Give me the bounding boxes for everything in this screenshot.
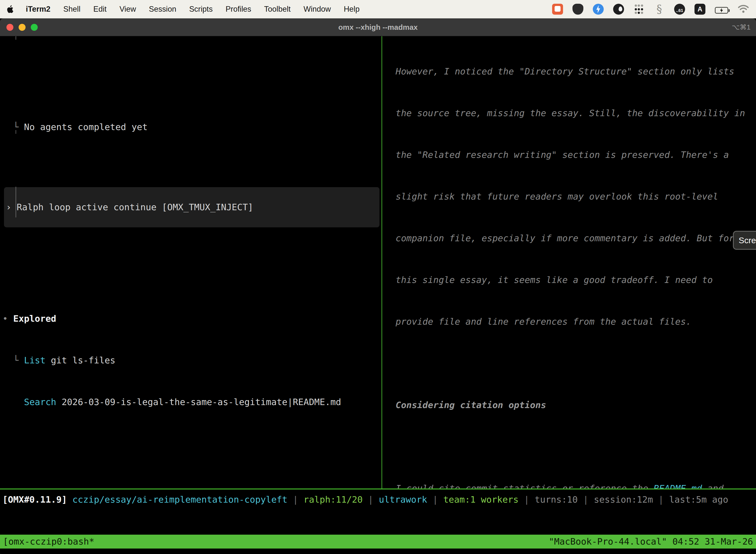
explored-list-line: └ List git ls-files <box>2 353 381 367</box>
omx-session: session:12m <box>594 494 653 505</box>
reasoning-heading: Considering citation options <box>385 398 756 412</box>
tree-guide <box>16 187 16 217</box>
battery-icon[interactable] <box>715 7 728 14</box>
reasoning-line: this single essay, it seems like a good … <box>385 273 756 287</box>
explored-header: • Explored <box>2 312 381 326</box>
close-button[interactable] <box>6 24 13 31</box>
menu-item-session[interactable]: Session <box>149 5 176 14</box>
blank-line <box>385 440 756 454</box>
screen-notification[interactable]: Scre <box>733 231 756 250</box>
prompt-chevron: › <box>6 200 17 214</box>
input-source-icon[interactable]: A <box>694 4 705 15</box>
traffic-lights <box>0 24 38 31</box>
window-title: omx --xhigh --madmax <box>0 23 756 32</box>
usage-badge-icon[interactable]: ..61 <box>674 4 685 15</box>
menu-item-help[interactable]: Help <box>344 5 360 14</box>
inject-text: Ralph loop active continue [OMX_TMUX_INJ… <box>17 200 253 214</box>
right-agent-pane[interactable]: However, I noticed the "Directory Struct… <box>382 36 756 489</box>
dark-crescent-icon[interactable] <box>613 4 624 15</box>
squiggle-icon[interactable]: § <box>654 4 665 15</box>
omx-mode: ultrawork <box>379 494 427 505</box>
window-hotkey: ⌥⌘1 <box>732 23 756 31</box>
left-agent-pane[interactable]: └ No agents completed yet › Ralph loop a… <box>0 36 381 489</box>
omx-version: [OMX#0.11.9] <box>2 494 67 505</box>
tmux-status-bar: [omx-cczip0:bash* "MacBook-Pro-44.local"… <box>0 535 756 549</box>
dots-grid-icon[interactable] <box>633 4 644 15</box>
terminal-area: └ No agents completed yet › Ralph loop a… <box>0 36 756 554</box>
blank-line <box>2 437 381 451</box>
tmux-host-clock: "MacBook-Pro-44.local" 04:52 31-Mar-26 <box>549 535 753 549</box>
apple-menu-icon[interactable] <box>7 4 15 14</box>
pane-bottom-border <box>0 489 756 490</box>
explored-search-line: Search 2026-03-09-is-legal-the-same-as-l… <box>2 395 381 409</box>
inject-input-box[interactable]: › Ralph loop active continue [OMX_TMUX_I… <box>4 187 379 227</box>
omx-ralph-counter: ralph:11/20 <box>304 494 363 505</box>
macos-menu-bar: iTerm2 Shell Edit View Session Scripts P… <box>0 0 756 18</box>
menu-item-iterm2[interactable]: iTerm2 <box>26 5 50 14</box>
menu-item-view[interactable]: View <box>120 5 136 14</box>
tree-guide <box>16 130 16 134</box>
blank-line <box>385 356 756 370</box>
omx-team: team:1 workers <box>443 494 518 505</box>
zoom-button[interactable] <box>31 24 38 31</box>
reasoning-line: slight risk that future readers may over… <box>385 189 756 204</box>
menu-bar-status-icons: § ..61 A <box>552 3 749 15</box>
reasoning-line: companion file, especially if more comme… <box>385 231 756 245</box>
tree-guide <box>16 36 16 40</box>
blue-bolt-icon[interactable] <box>593 4 604 15</box>
omx-last: last:5m ago <box>669 494 728 505</box>
grid-shield-icon[interactable] <box>572 4 583 15</box>
screen-share-icon[interactable] <box>552 4 563 15</box>
readme-file-ref: README.md <box>653 483 702 489</box>
agents-note-line: └ No agents completed yet <box>2 120 381 134</box>
reasoning-line: the source tree, missing the essay. Stil… <box>385 106 756 120</box>
tmux-session-name[interactable]: [omx-cczip0:bash* <box>3 535 94 549</box>
omx-status-bar: [OMX#0.11.9] cczip/essay/ai-reimplementa… <box>0 493 756 507</box>
menu-item-edit[interactable]: Edit <box>93 5 107 14</box>
omx-branch-path: cczip/essay/ai-reimplementation-copyleft <box>67 494 288 505</box>
iterm2-window: omx --xhigh --madmax ⌥⌘1 └ No agents com… <box>0 18 756 554</box>
reasoning-line: the "Related research writing" section i… <box>385 148 756 162</box>
menu-item-toolbelt[interactable]: Toolbelt <box>264 5 291 14</box>
reasoning-line: provide file and line references from th… <box>385 315 756 329</box>
menu-items: iTerm2 Shell Edit View Session Scripts P… <box>26 5 360 14</box>
omx-turns: turns:10 <box>535 494 578 505</box>
window-title-bar[interactable]: omx --xhigh --madmax ⌥⌘1 <box>0 18 756 36</box>
menu-item-profiles[interactable]: Profiles <box>226 5 251 14</box>
minimize-button[interactable] <box>19 24 25 31</box>
menu-item-scripts[interactable]: Scripts <box>189 5 213 14</box>
reasoning-line: However, I noticed the "Directory Struct… <box>385 64 756 78</box>
reasoning-line: I could cite commit statistics or refere… <box>385 482 756 489</box>
menu-item-shell[interactable]: Shell <box>63 5 80 14</box>
wifi-icon[interactable] <box>738 4 749 15</box>
menu-item-window[interactable]: Window <box>304 5 331 14</box>
